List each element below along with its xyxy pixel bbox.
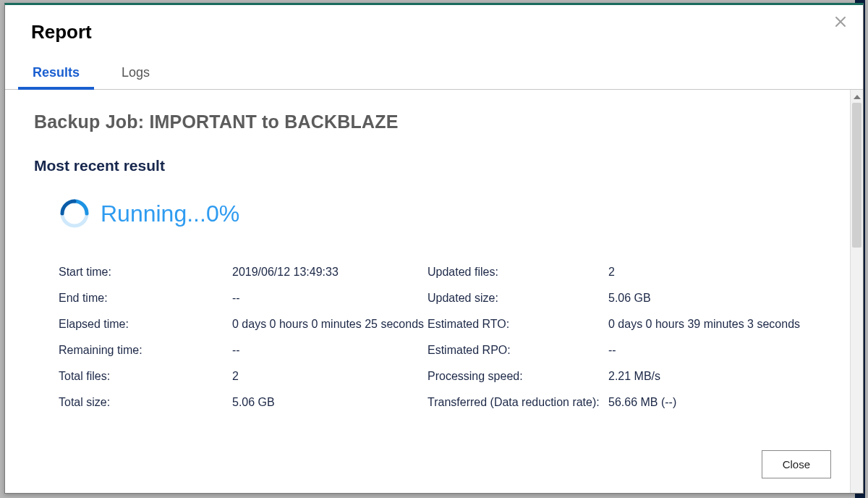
scrollbar-up-icon[interactable]	[851, 91, 863, 103]
label-end-time: End time:	[59, 292, 232, 305]
value-estimated-rpo: --	[608, 344, 807, 357]
value-transferred: 56.66 MB (--)	[608, 396, 807, 409]
value-elapsed-time: 0 days 0 hours 0 minutes 25 seconds	[232, 318, 427, 331]
status-text: Running...0%	[101, 201, 239, 227]
tab-results[interactable]: Results	[31, 61, 81, 89]
tab-logs[interactable]: Logs	[120, 61, 151, 89]
value-updated-size: 5.06 GB	[608, 292, 807, 305]
section-title: Most recent result	[34, 157, 821, 174]
job-label: Backup Job:	[34, 111, 144, 132]
label-transferred: Transferred (Data reduction rate):	[427, 396, 608, 409]
report-dialog: Report Results Logs Backup Job: IMPORTAN…	[4, 3, 864, 494]
label-elapsed-time: Elapsed time:	[59, 318, 232, 331]
label-remaining-time: Remaining time:	[59, 344, 232, 357]
content-scroll: Backup Job: IMPORTANT to BACKBLAZE Most …	[5, 90, 850, 493]
dialog-title: Report	[31, 21, 837, 43]
value-remaining-time: --	[232, 344, 427, 357]
label-start-time: Start time:	[59, 266, 232, 279]
dialog-body: Backup Job: IMPORTANT to BACKBLAZE Most …	[5, 90, 863, 493]
value-total-size: 5.06 GB	[232, 396, 427, 409]
label-updated-files: Updated files:	[427, 266, 608, 279]
value-start-time: 2019/06/12 13:49:33	[232, 266, 427, 279]
value-estimated-rto: 0 days 0 hours 39 minutes 3 seconds	[608, 318, 807, 331]
label-updated-size: Updated size:	[427, 292, 608, 305]
stats-grid: Start time: 2019/06/12 13:49:33 Updated …	[34, 266, 821, 409]
value-processing-speed: 2.21 MB/s	[608, 370, 807, 383]
job-title: Backup Job: IMPORTANT to BACKBLAZE	[34, 111, 821, 132]
label-estimated-rpo: Estimated RPO:	[427, 344, 608, 357]
label-total-size: Total size:	[59, 396, 232, 409]
close-icon[interactable]	[831, 12, 850, 31]
vertical-scrollbar[interactable]	[850, 90, 863, 493]
tab-bar: Results Logs	[5, 43, 863, 90]
dialog-header: Report	[5, 5, 863, 43]
label-estimated-rto: Estimated RTO:	[427, 318, 608, 331]
scrollbar-thumb[interactable]	[852, 103, 861, 248]
status-row: Running...0%	[34, 198, 821, 229]
job-name: IMPORTANT to BACKBLAZE	[149, 111, 398, 132]
value-total-files: 2	[232, 370, 427, 383]
close-button[interactable]: Close	[762, 450, 831, 478]
label-processing-speed: Processing speed:	[427, 370, 608, 383]
spinner-icon	[59, 198, 90, 229]
value-updated-files: 2	[608, 266, 807, 279]
dialog-footer: Close	[762, 450, 831, 478]
value-end-time: --	[232, 292, 427, 305]
content: Backup Job: IMPORTANT to BACKBLAZE Most …	[5, 90, 850, 423]
label-total-files: Total files:	[59, 370, 232, 383]
